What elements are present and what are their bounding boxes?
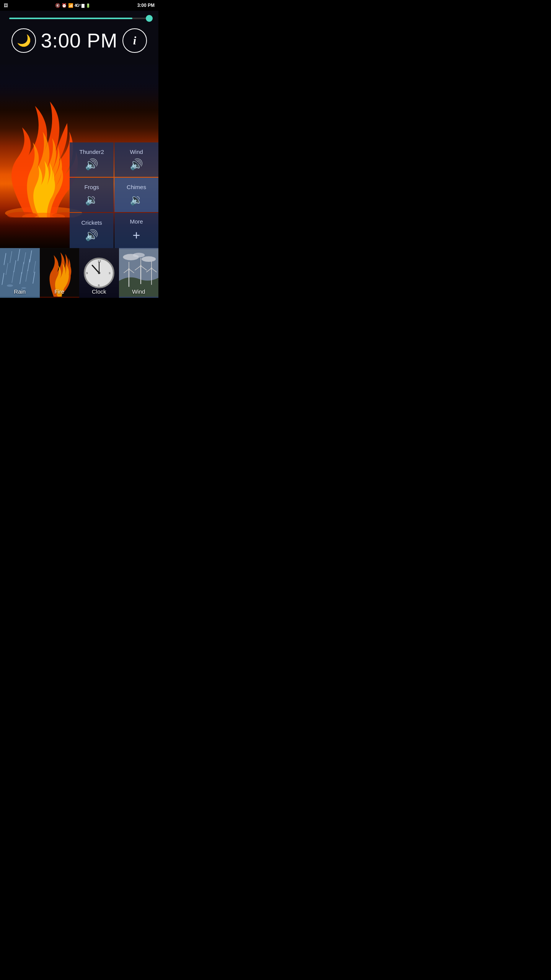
main-content: Thunder2 🔊 Wind 🔊 Frogs 🔉 Chimes 🔉 Crick…: [0, 64, 158, 248]
wind-icon: 🔊: [130, 158, 143, 171]
wind-label: Wind: [130, 149, 143, 155]
info-button[interactable]: i: [122, 28, 147, 53]
status-time: 3:00 PM: [137, 3, 155, 8]
thumb-rain[interactable]: Rain: [0, 248, 40, 298]
bars-icon: ▇: [82, 3, 85, 8]
moon-button[interactable]: 🌙: [11, 28, 36, 53]
chimes-label: Chimes: [127, 184, 146, 190]
sound-btn-more[interactable]: More +: [114, 213, 158, 248]
signal-icon: 4G⁺: [75, 3, 80, 8]
sound-btn-chimes[interactable]: Chimes 🔉: [114, 178, 158, 212]
wind-tab-label: Wind: [119, 288, 159, 295]
thumb-fire[interactable]: Fire: [40, 248, 80, 298]
status-bar: 🖼 🔇 ⏰ 📶 4G⁺ ▇ 🔋 3:00 PM: [0, 0, 158, 11]
svg-text:3: 3: [109, 271, 111, 275]
bluetooth-icon: 🔇: [55, 3, 60, 8]
bottom-bar: Rain Fire 12 3 6 9: [0, 248, 158, 298]
battery-icon: 🔋: [86, 3, 90, 8]
thumb-wind[interactable]: Wind: [119, 248, 159, 298]
time-row: 🌙 3:00 PM i: [8, 28, 151, 53]
status-icons: 🔇 ⏰ 📶 4G⁺ ▇ 🔋: [55, 3, 90, 8]
sound-btn-frogs[interactable]: Frogs 🔉: [70, 178, 114, 212]
wifi-icon: 📶: [68, 3, 73, 8]
sound-btn-wind[interactable]: Wind 🔊: [114, 142, 158, 177]
info-icon: i: [133, 34, 136, 47]
thumb-clock[interactable]: 12 3 6 9 Clock: [79, 248, 119, 298]
top-section: 🌙 3:00 PM i: [0, 11, 158, 64]
fire-tab-label: Fire: [40, 288, 80, 295]
sound-grid: Thunder2 🔊 Wind 🔊 Frogs 🔉 Chimes 🔉 Crick…: [70, 142, 158, 248]
svg-point-33: [133, 253, 145, 257]
frogs-icon: 🔉: [85, 193, 98, 206]
clock-display: 3:00 PM: [41, 29, 118, 52]
clock-tab-label: Clock: [79, 288, 119, 295]
sound-btn-crickets[interactable]: Crickets 🔊: [70, 213, 114, 248]
more-label: More: [130, 218, 143, 225]
thunder2-icon: 🔊: [85, 158, 98, 171]
gallery-icon: 🖼: [4, 3, 8, 8]
svg-point-34: [141, 256, 155, 262]
svg-point-20: [7, 284, 13, 287]
alarm-icon: ⏰: [62, 3, 67, 8]
volume-slider-thumb: [146, 15, 153, 22]
svg-line-27: [92, 265, 99, 273]
frogs-label: Frogs: [84, 184, 99, 190]
rain-tab-label: Rain: [0, 288, 40, 295]
volume-slider-fill: [9, 18, 132, 19]
svg-text:9: 9: [86, 271, 88, 275]
chimes-icon: 🔉: [130, 193, 143, 206]
volume-slider-track[interactable]: [9, 18, 149, 19]
crickets-icon: 🔊: [85, 229, 98, 242]
svg-point-29: [98, 272, 100, 274]
sound-btn-thunder2[interactable]: Thunder2 🔊: [70, 142, 114, 177]
thunder2-label: Thunder2: [80, 149, 104, 155]
crickets-label: Crickets: [82, 219, 102, 226]
status-left: 🖼: [4, 3, 8, 8]
moon-icon: 🌙: [17, 35, 31, 46]
svg-text:6: 6: [98, 284, 100, 287]
volume-row[interactable]: [8, 18, 151, 19]
clock-face: 12 3 6 9: [84, 258, 114, 288]
clock-numbers-svg: 12 3 6 9: [84, 258, 114, 288]
plus-icon: +: [133, 228, 140, 243]
